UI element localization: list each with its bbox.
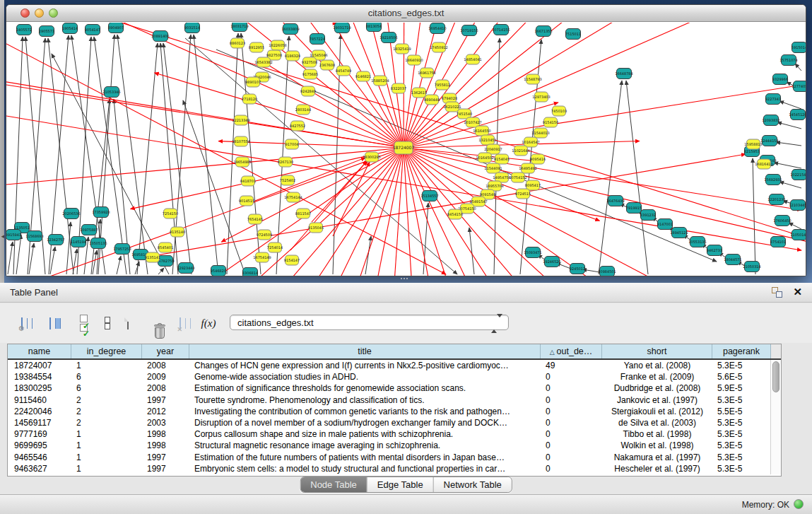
table-cell-in_degree[interactable]: 1 xyxy=(71,452,142,463)
citation-edge[interactable] xyxy=(795,64,801,71)
table-cell-year[interactable]: 2003 xyxy=(142,417,189,428)
table-cell-out_degree[interactable]: 49 xyxy=(541,360,602,371)
table-cell-name[interactable]: 14569117 xyxy=(8,417,71,428)
citation-edge[interactable] xyxy=(172,35,191,274)
graph-node[interactable]: 9175685 xyxy=(302,69,318,79)
table-cell-pagerank[interactable]: 5.3E-5 xyxy=(712,360,771,371)
row-height-icon[interactable] xyxy=(93,312,114,334)
graph-node[interactable]: 15093471 xyxy=(524,247,541,258)
graph-node[interactable]: 16543382 xyxy=(254,57,272,67)
graph-node[interactable]: 15885204 xyxy=(371,76,389,86)
column-header-out_degree[interactable]: △out_de… xyxy=(541,344,602,358)
graph-node[interactable]: 9154045 xyxy=(494,154,510,164)
table-cell-pagerank[interactable]: 5.3E-5 xyxy=(712,452,771,463)
graph-node[interactable]: 12213349 xyxy=(232,115,249,125)
table-scrollbar[interactable] xyxy=(770,360,781,474)
graph-node[interactable]: 16648784 xyxy=(615,69,632,79)
table-row[interactable]: 946554611997Estimation of the future num… xyxy=(8,452,781,463)
citation-edge-red[interactable] xyxy=(404,23,540,148)
table-cell-pagerank[interactable]: 5.9E-5 xyxy=(712,382,771,394)
graph-node[interactable]: 19218506 xyxy=(379,33,397,43)
table-cell-name[interactable]: 18300295 xyxy=(8,382,71,394)
table-cell-out_degree[interactable]: 0 xyxy=(541,371,602,382)
table-cell-name[interactable]: 18724007 xyxy=(8,360,71,371)
table-cell-out_degree[interactable]: 0 xyxy=(541,417,602,428)
graph-node[interactable]: 9014515 xyxy=(239,196,254,206)
graph-node[interactable]: 16754149 xyxy=(253,252,271,262)
table-cell-in_degree[interactable]: 2 xyxy=(71,417,142,428)
graph-node[interactable]: 20891406 xyxy=(151,31,169,42)
table-cell-pagerank[interactable]: 5.5E-5 xyxy=(712,406,771,417)
tab-edge-table[interactable]: Edge Table xyxy=(367,477,434,492)
citation-edge[interactable] xyxy=(73,249,77,274)
graph-node[interactable]: 8267130 xyxy=(278,157,293,167)
graph-node[interactable]: 12923448 xyxy=(177,263,194,274)
graph-node[interactable]: 21053346 xyxy=(102,87,120,98)
graph-node[interactable]: 18640910 xyxy=(405,55,423,65)
graph-node[interactable]: 9546820 xyxy=(211,266,226,276)
graph-node[interactable]: 16816413 xyxy=(755,159,772,169)
graph-node[interactable]: 16754144 xyxy=(284,192,302,202)
graph-node[interactable]: 7919915 xyxy=(626,203,642,214)
graph-node[interactable]: 2405572 xyxy=(16,25,32,35)
graph-node[interactable]: 17957253 xyxy=(113,244,131,255)
graph-node[interactable]: 20206536 xyxy=(62,209,80,219)
graph-node[interactable]: 17450912 xyxy=(430,42,447,52)
graph-node[interactable]: 11544013 xyxy=(531,128,549,138)
table-cell-short[interactable]: Wolkin et al. (1998) xyxy=(602,440,712,451)
table-row[interactable]: 1872400712008Changes of HCN gene express… xyxy=(8,360,781,371)
graph-node[interactable]: 9154150 xyxy=(543,117,558,127)
table-cell-year[interactable]: 1997 xyxy=(142,452,189,463)
graph-node[interactable]: 12103445 xyxy=(789,200,806,211)
graph-node[interactable]: 11544091 xyxy=(484,163,502,173)
table-cell-in_degree[interactable]: 1 xyxy=(71,463,142,474)
graph-node[interactable]: 9329966 xyxy=(772,74,788,85)
citation-edge-red[interactable] xyxy=(255,158,365,201)
citation-edge[interactable] xyxy=(365,236,371,274)
graph-node[interactable]: 16164550 xyxy=(473,126,490,136)
table-cell-short[interactable]: Jankovic et al. (1997) xyxy=(602,395,712,406)
graph-node[interactable]: 15134557 xyxy=(420,191,438,201)
graph-node[interactable]: 7955812 xyxy=(435,80,450,90)
graph-node[interactable]: 7525402 xyxy=(280,175,295,185)
table-cell-out_degree[interactable]: 0 xyxy=(541,463,602,474)
graph-node[interactable]: 11050141 xyxy=(790,230,806,240)
table-cell-pagerank[interactable]: 5.3E-5 xyxy=(712,440,771,451)
new-table-icon[interactable] xyxy=(117,312,139,334)
table-cell-year[interactable]: 2008 xyxy=(142,382,189,394)
citation-edge-red[interactable] xyxy=(387,148,404,276)
citation-edge-red[interactable] xyxy=(121,23,801,236)
graph-node[interactable]: 18226058 xyxy=(269,40,286,50)
table-cell-name[interactable]: 9777169 xyxy=(8,428,71,440)
table-cell-title[interactable]: Disruption of a novel member of a sodium… xyxy=(189,417,541,428)
graph-node[interactable]: 15751074 xyxy=(779,55,797,66)
graph-node[interactable]: 8418701 xyxy=(240,176,256,186)
graph-node[interactable]: 7515011 xyxy=(565,29,581,40)
table-cell-in_degree[interactable]: 2 xyxy=(71,395,142,406)
table-cell-in_degree[interactable]: 6 xyxy=(71,382,142,394)
table-cell-in_degree[interactable]: 6 xyxy=(71,371,142,382)
graph-node[interactable]: 9147001 xyxy=(657,219,673,230)
graph-node[interactable]: 11568693 xyxy=(25,231,43,242)
graph-node[interactable]: 10754152 xyxy=(509,173,526,182)
graph-node[interactable]: 16671355 xyxy=(534,26,552,37)
graph-node[interactable]: 10553135 xyxy=(688,237,706,247)
graph-node[interactable]: 10975887 xyxy=(80,225,98,235)
table-cell-pagerank[interactable]: 5.3E-5 xyxy=(712,395,771,406)
table-cell-year[interactable]: 1997 xyxy=(142,463,189,474)
graph-node[interactable]: 2905573 xyxy=(39,26,54,37)
table-row[interactable]: 1456911722003Disruption of a novel membe… xyxy=(8,417,781,428)
citation-edge[interactable] xyxy=(779,101,801,109)
table-cell-name[interactable]: 19384554 xyxy=(8,371,71,382)
graph-node[interactable]: 14545120 xyxy=(789,110,806,120)
graph-node[interactable]: 11021644 xyxy=(512,146,529,156)
graph-node[interactable]: 7254150 xyxy=(163,209,178,218)
graph-node[interactable]: 9095416 xyxy=(530,154,546,164)
table-cell-title[interactable]: Changes of HCN gene expression and I(f) … xyxy=(189,360,541,371)
graph-node[interactable]: 9135140 xyxy=(170,227,185,237)
table-cell-out_degree[interactable]: 0 xyxy=(541,440,602,451)
graph-node[interactable]: 12444154 xyxy=(760,136,778,146)
table-selector-dropdown[interactable]: citations_edges.txt xyxy=(230,315,509,330)
graph-node[interactable]: 19654985 xyxy=(233,157,251,167)
citation-edge[interactable] xyxy=(776,142,801,146)
